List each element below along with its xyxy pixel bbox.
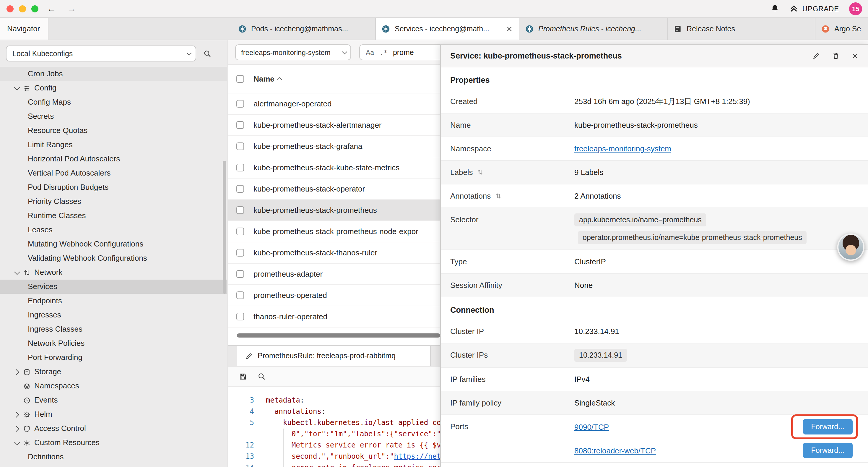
chevron-down-icon[interactable] bbox=[14, 436, 18, 450]
zoom-window-button[interactable] bbox=[31, 5, 38, 12]
sidebar-item-services[interactable]: Services bbox=[0, 280, 227, 294]
row-checkbox[interactable] bbox=[236, 270, 244, 278]
delete-resource-icon[interactable] bbox=[832, 52, 840, 60]
select-all-checkbox[interactable] bbox=[236, 75, 244, 83]
sidebar-item-validating-webhook-configurations[interactable]: Validating Webhook Configurations bbox=[0, 251, 227, 265]
chevron-down-icon bbox=[187, 50, 191, 55]
sidebar-item-mutating-webhook-configurations[interactable]: Mutating Webhook Configurations bbox=[0, 237, 227, 251]
detail-label: Type bbox=[450, 257, 574, 266]
tab-prometheus-rules-icecheng[interactable]: Prometheus Rules - icecheng... bbox=[519, 18, 668, 39]
chevron-right-icon[interactable] bbox=[14, 421, 18, 436]
close-window-button[interactable] bbox=[6, 5, 13, 12]
row-checkbox[interactable] bbox=[236, 291, 244, 299]
minimize-window-button[interactable] bbox=[19, 5, 26, 12]
sidebar-scrollbar[interactable] bbox=[223, 161, 226, 294]
tree-item-label: Helm bbox=[34, 407, 52, 421]
chevron-down-icon[interactable] bbox=[14, 81, 18, 95]
editor-tab-prometheusrule[interactable]: PrometheusRule: freeleaps-prod-rabbitmq bbox=[237, 346, 431, 366]
notification-count-badge[interactable]: 15 bbox=[849, 2, 862, 15]
sidebar-item-storage[interactable]: Storage bbox=[0, 365, 227, 379]
sidebar-search-icon[interactable] bbox=[203, 49, 212, 58]
sidebar-item-leases[interactable]: Leases bbox=[0, 223, 227, 237]
sidebar-item-horizontal-pod-autoscalers[interactable]: Horizontal Pod Autoscalers bbox=[0, 152, 227, 166]
sidebar-item-config-maps[interactable]: Config Maps bbox=[0, 95, 227, 109]
sidebar-item-secrets[interactable]: Secrets bbox=[0, 109, 227, 123]
navigator-panel-tab[interactable]: Navigator bbox=[0, 18, 49, 39]
service-name: kube-prometheus-stack-thanos-ruler bbox=[253, 248, 377, 257]
edit-resource-icon[interactable] bbox=[812, 52, 820, 60]
tree-item-label: Ingress Classes bbox=[28, 322, 83, 337]
sidebar-item-config[interactable]: Config bbox=[0, 81, 227, 95]
tab-argo-se[interactable]: Argo Se bbox=[815, 18, 868, 39]
row-checkbox[interactable] bbox=[236, 313, 244, 320]
detail-row-ip-family-policy: IP family policySingleStack bbox=[441, 391, 868, 415]
resource-tree: Cron JobsConfigConfig MapsSecretsResourc… bbox=[0, 67, 227, 467]
forward-button[interactable]: Forward... bbox=[803, 419, 852, 435]
sort-updown-icon[interactable] bbox=[477, 169, 484, 176]
close-drawer-icon[interactable] bbox=[851, 52, 859, 59]
chevron-right-icon[interactable] bbox=[14, 407, 18, 421]
service-name: alertmanager-operated bbox=[253, 99, 332, 108]
namespace-filter-dropdown[interactable]: freeleaps-monitoring-system bbox=[235, 44, 351, 60]
tab-label: Release Notes bbox=[687, 25, 809, 33]
kubeconfig-selector[interactable]: Local Kubeconfigs bbox=[6, 46, 196, 61]
chevron-right-icon[interactable] bbox=[14, 365, 18, 379]
tree-item-label: Definitions bbox=[28, 450, 64, 464]
sidebar-item-resource-quotas[interactable]: Resource Quotas bbox=[0, 123, 227, 138]
port-link[interactable]: 8080:reloader-web/TCP bbox=[574, 446, 656, 455]
row-checkbox[interactable] bbox=[236, 100, 244, 108]
sidebar-item-priority-classes[interactable]: Priority Classes bbox=[0, 195, 227, 209]
tab-release-notes[interactable]: Release Notes bbox=[668, 18, 815, 39]
sidebar-item-ingresses[interactable]: Ingresses bbox=[0, 308, 227, 322]
detail-label: Name bbox=[450, 121, 574, 129]
detail-label: Annotations bbox=[450, 192, 574, 200]
sidebar-item-namespaces[interactable]: Namespaces bbox=[0, 379, 227, 393]
forward-button-nav[interactable]: → bbox=[67, 4, 76, 13]
notifications-bell-icon[interactable] bbox=[771, 4, 779, 13]
service-name: prometheus-adapter bbox=[253, 269, 322, 279]
match-case-toggle[interactable]: Aa bbox=[366, 49, 374, 56]
row-checkbox[interactable] bbox=[236, 121, 244, 129]
back-button[interactable]: ← bbox=[47, 4, 56, 13]
avatar[interactable] bbox=[837, 233, 864, 261]
regex-toggle[interactable]: .* bbox=[379, 48, 388, 56]
sidebar-item-ingress-classes[interactable]: Ingress Classes bbox=[0, 322, 227, 337]
row-checkbox[interactable] bbox=[236, 143, 244, 150]
sidebar-item-cron-jobs[interactable]: Cron Jobs bbox=[0, 67, 227, 81]
row-checkbox[interactable] bbox=[236, 185, 244, 193]
row-checkbox[interactable] bbox=[236, 249, 244, 257]
tab-pods-icecheng-mathmas[interactable]: Pods - icecheng@mathmas... bbox=[232, 18, 376, 39]
sidebar-item-network-policies[interactable]: Network Policies bbox=[0, 337, 227, 351]
row-checkbox[interactable] bbox=[236, 164, 244, 171]
tab-close-icon[interactable] bbox=[506, 25, 513, 32]
row-checkbox[interactable] bbox=[236, 228, 244, 235]
port-link[interactable]: 9090/TCP bbox=[574, 422, 609, 431]
horizontal-scrollbar[interactable] bbox=[237, 333, 440, 338]
tab-services-icecheng-math[interactable]: Services - icecheng@math... bbox=[376, 18, 519, 39]
argo-tab-icon bbox=[821, 25, 830, 33]
sidebar-item-events[interactable]: Events bbox=[0, 393, 227, 407]
sidebar-item-runtime-classes[interactable]: Runtime Classes bbox=[0, 209, 227, 223]
save-icon[interactable] bbox=[239, 372, 247, 380]
upgrade-button[interactable]: UPGRADE bbox=[789, 4, 839, 13]
sort-updown-icon[interactable] bbox=[495, 193, 501, 199]
name-column-header[interactable]: Name bbox=[253, 75, 275, 83]
namespace-link[interactable]: freeleaps-monitoring-system bbox=[574, 144, 671, 153]
sidebar-item-vertical-pod-autoscalers[interactable]: Vertical Pod Autoscalers bbox=[0, 166, 227, 180]
chevron-down-icon[interactable] bbox=[14, 265, 18, 280]
service-name: kube-prometheus-stack-alertmanager bbox=[253, 121, 382, 129]
sidebar-item-network[interactable]: Network bbox=[0, 265, 227, 280]
sidebar-item-pod-disruption-budgets[interactable]: Pod Disruption Budgets bbox=[0, 180, 227, 195]
sidebar-item-custom-resources[interactable]: Custom Resources bbox=[0, 436, 227, 450]
sidebar-item-definitions[interactable]: Definitions bbox=[0, 450, 227, 464]
sidebar-item-port-forwarding[interactable]: Port Forwarding bbox=[0, 351, 227, 365]
editor-search-icon[interactable] bbox=[258, 372, 266, 380]
tree-item-label: Config Maps bbox=[28, 95, 71, 109]
sidebar-item-limit-ranges[interactable]: Limit Ranges bbox=[0, 138, 227, 152]
sidebar-item-helm[interactable]: Helm bbox=[0, 407, 227, 421]
sidebar-item-endpoints[interactable]: Endpoints bbox=[0, 294, 227, 308]
sidebar-item-access-control[interactable]: Access Control bbox=[0, 421, 227, 436]
row-checkbox[interactable] bbox=[236, 206, 244, 214]
detail-value: 10.233.14.91 bbox=[574, 327, 619, 336]
forward-button[interactable]: Forward... bbox=[803, 443, 852, 458]
